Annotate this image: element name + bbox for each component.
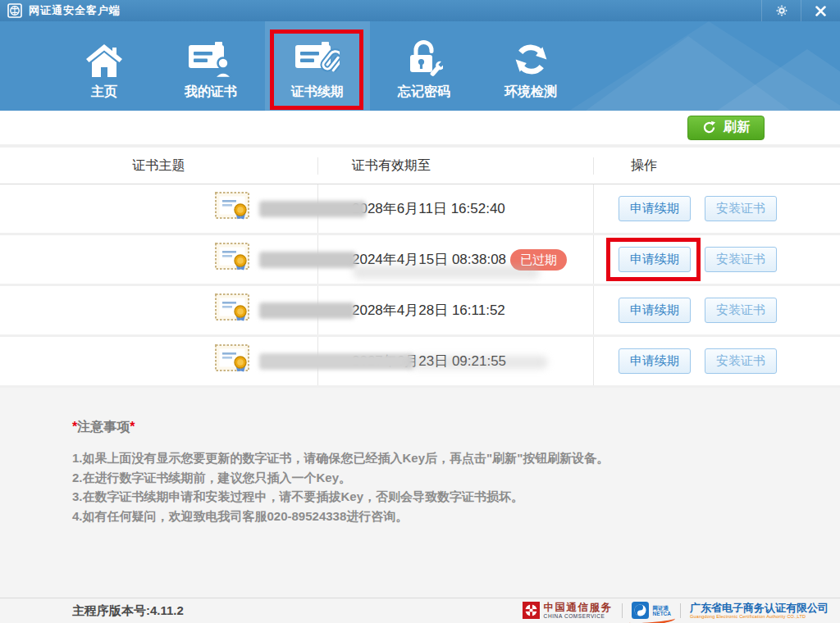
app-logo-icon: [7, 3, 22, 18]
certificate-renewal-icon: [295, 35, 340, 78]
logo-name: 广东省电子商务认证有限公司: [690, 603, 829, 615]
footer-logos: 中国通信服务 CHINA COMSERVICE 网证通 NETCA 广东省电子商…: [523, 602, 829, 619]
logo-subtitle: CHINA COMSERVICE: [544, 613, 613, 619]
settings-gear-icon[interactable]: [761, 0, 801, 21]
nav-item-label: 环境检测: [504, 84, 557, 101]
certificate-icon: [215, 344, 249, 378]
nav-item-environment-check[interactable]: 环境检测: [478, 21, 583, 111]
nav-item-my-certificates[interactable]: 我的证书: [158, 21, 263, 111]
notes-title: *注意事项*: [72, 419, 807, 436]
app-window: 网证通安全客户端 主页 我的证书: [0, 0, 840, 623]
table-row: 2028年6月11日 16:52:40 申请续期 安装证书: [0, 184, 840, 235]
environment-check-icon: [513, 35, 550, 78]
asterisk: *: [130, 420, 135, 434]
logo-name: 中国通信服务: [544, 602, 613, 613]
table-row: 2024年4月15日 08:38:08 已过期 申请续期 安装证书: [0, 235, 840, 286]
expired-status-badge: 已过期: [510, 249, 567, 271]
redacted-certificate-name: [259, 201, 366, 217]
nav-pattern-triangle: [586, 36, 791, 111]
toolbar: 刷新: [0, 111, 840, 148]
nav-item-forgot-password[interactable]: 忘记密码: [372, 21, 477, 111]
close-icon[interactable]: [801, 0, 840, 21]
expiry-date: 2028年6月11日 16:52:40: [352, 199, 505, 218]
refresh-button-label: 刷新: [724, 119, 750, 136]
window-title: 网证通安全客户端: [29, 3, 121, 18]
apply-renewal-button[interactable]: 申请续期: [619, 348, 691, 374]
certificate-table: 证书主题 证书有效期至 操作 2028年6月11日 16:52:40 申请续期 …: [0, 148, 840, 388]
install-certificate-button[interactable]: 安装证书: [705, 196, 777, 221]
notes-title-text: 注意事项: [77, 420, 130, 434]
nav-pattern-triangle: [569, 21, 840, 111]
window-controls: [761, 0, 840, 21]
main-nav: 主页 我的证书 证书续期 忘记密码 环境检测: [0, 21, 840, 111]
refresh-button[interactable]: 刷新: [687, 116, 765, 140]
table-row: 2028年4月28日 16:11:52 申请续期 安装证书: [0, 286, 840, 337]
titlebar: 网证通安全客户端: [0, 0, 840, 21]
note-line: 1.如果上面没有显示您要更新的数字证书，请确保您已经插入Key后，再点击"刷新"…: [72, 448, 807, 468]
nav-pattern-triangle: [717, 49, 840, 111]
logo-subtitle: Guangdong Electronic Certification Autho…: [690, 614, 829, 619]
redacted-certificate-name: [259, 252, 356, 268]
apply-renewal-button[interactable]: 申请续期: [619, 298, 691, 323]
netca-logo: 网证通 NETCA: [632, 602, 671, 619]
divider: [622, 603, 623, 618]
note-line: 4.如有任何疑问，欢迎致电我司客服020-89524338进行咨询。: [72, 507, 807, 526]
logo-name: 网证通: [653, 605, 671, 611]
china-comservice-logo: 中国通信服务 CHINA COMSERVICE: [523, 602, 613, 619]
refresh-icon: [702, 121, 716, 134]
nav-item-label: 证书续期: [291, 84, 344, 101]
column-header-expiry: 证书有效期至: [317, 157, 593, 175]
home-icon: [85, 35, 123, 78]
install-certificate-button[interactable]: 安装证书: [705, 247, 777, 272]
note-line: 2.在进行数字证书续期前，建议您只插入一个Key。: [72, 468, 807, 488]
table-row: 2027年6月23日 09:21:55 申请续期 安装证书: [0, 337, 840, 388]
redacted-certificate-name: [259, 302, 354, 319]
nav-item-label: 主页: [91, 84, 117, 101]
expiry-date: 2024年4月15日 08:38:08: [352, 250, 506, 269]
certificate-icon: [215, 293, 249, 327]
nav-item-label: 我的证书: [185, 84, 237, 101]
forgot-password-icon: [405, 35, 443, 78]
china-comservice-emblem-icon: [523, 602, 540, 619]
nav-item-label: 忘记密码: [398, 84, 450, 101]
nav-item-home[interactable]: 主页: [52, 21, 157, 111]
install-certificate-button[interactable]: 安装证书: [705, 298, 777, 323]
gdca-logo: 广东省电子商务认证有限公司 Guangdong Electronic Certi…: [690, 603, 829, 620]
column-header-subject: 证书主题: [0, 157, 317, 175]
apply-renewal-button[interactable]: 申请续期: [619, 247, 691, 272]
column-header-actions: 操作: [593, 157, 840, 175]
nav-item-certificate-renewal[interactable]: 证书续期: [265, 21, 370, 111]
my-certificates-icon: [189, 35, 233, 78]
install-certificate-button[interactable]: 安装证书: [705, 348, 777, 374]
note-line: 3.在数字证书续期申请和安装过程中，请不要插拔Key，否则会导致数字证书损坏。: [72, 487, 807, 507]
expiry-date: 2028年4月28日 16:11:52: [352, 301, 505, 320]
notes-section: *注意事项* 1.如果上面没有显示您要更新的数字证书，请确保您已经插入Key后，…: [0, 388, 840, 525]
divider: [680, 603, 681, 618]
footer: 主程序版本号:4.11.2 中国通信服务 CHINA COMSERVICE 网证…: [0, 598, 840, 623]
certificate-icon: [215, 243, 249, 276]
redacted-certificate-name: [259, 353, 413, 370]
version-label: 主程序版本号:4.11.2: [72, 603, 184, 619]
certificate-icon: [215, 192, 249, 225]
apply-renewal-button[interactable]: 申请续期: [619, 196, 691, 221]
table-header-row: 证书主题 证书有效期至 操作: [0, 148, 840, 184]
